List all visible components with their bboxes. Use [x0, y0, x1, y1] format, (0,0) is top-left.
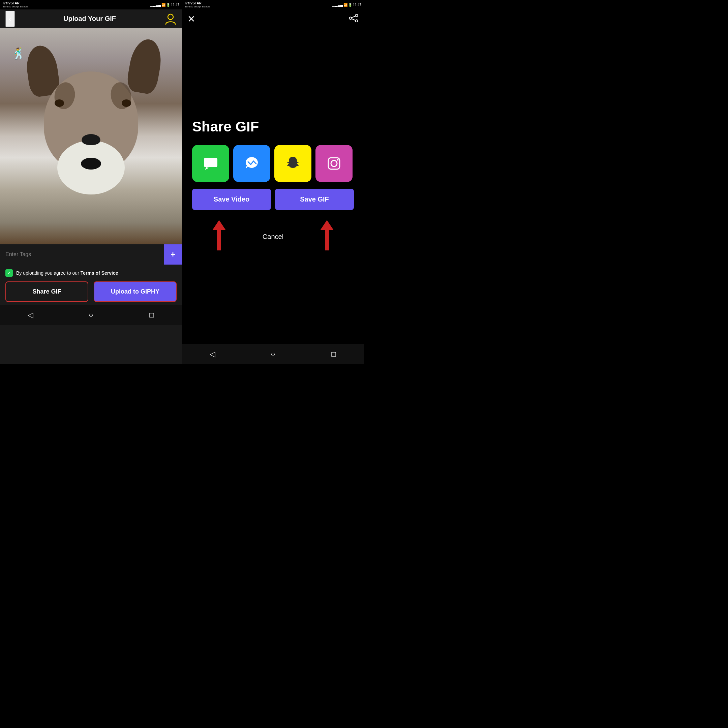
right-arrow-head	[320, 220, 334, 230]
cancel-button[interactable]: Cancel	[263, 233, 283, 241]
left-carrier-sub: Только экстр. вызов	[3, 5, 28, 8]
left-carrier-info: KYIVSTAR Только экстр. вызов	[3, 2, 28, 8]
share-messenger-button[interactable]	[233, 145, 270, 182]
wifi-icon: 📶	[161, 3, 165, 7]
nav-home-icon[interactable]: ○	[86, 310, 96, 320]
time-display: 11:47	[171, 3, 179, 7]
share-snapchat-button[interactable]	[274, 145, 311, 182]
left-carrier-name: KYIVSTAR	[3, 2, 28, 5]
dog-muzzle	[57, 141, 125, 194]
tags-input[interactable]	[0, 245, 164, 264]
svg-marker-7	[205, 167, 209, 170]
tags-row: +	[0, 244, 182, 265]
terms-text: By uploading you agree to our Terms of S…	[16, 270, 118, 276]
share-modal: Share GIF	[182, 28, 364, 344]
right-nav-back-icon[interactable]: ◁	[207, 349, 217, 359]
right-wifi-icon: 📶	[343, 3, 347, 7]
share-messages-button[interactable]	[192, 145, 229, 182]
share-apps-row	[192, 145, 354, 182]
right-status-bar: KYIVSTAR Только экстр. вызов ▁▂▃▄ 📶 🔋 11…	[182, 0, 364, 9]
right-top-bar: ✕	[182, 9, 364, 28]
svg-point-10	[331, 161, 337, 167]
terms-link[interactable]: Terms of Service	[81, 270, 118, 276]
page-title: Upload Your GIF	[63, 15, 116, 23]
left-status-bar: KYIVSTAR Только экстр. вызов ▁▂▃▄ 📶 🔋 11…	[0, 0, 182, 9]
left-app-bar: ‹ Upload Your GIF	[0, 9, 182, 28]
upload-giphy-button[interactable]: Upload to GIPHY	[94, 281, 177, 302]
signal-icon: ▁▂▃▄	[150, 3, 161, 7]
right-carrier-name: KYIVSTAR	[185, 2, 210, 5]
terms-row: ✓ By uploading you agree to our Terms of…	[0, 265, 182, 281]
nav-back-icon[interactable]: ◁	[25, 310, 35, 320]
share-save-row: Save Video Save GIF	[192, 189, 354, 210]
terms-checkbox[interactable]: ✓	[5, 269, 13, 277]
share-gif-button[interactable]: Share GIF	[5, 281, 88, 302]
profile-icon[interactable]	[164, 13, 177, 25]
right-time-display: 11:47	[353, 3, 361, 7]
dog-photo-bg	[0, 28, 182, 244]
terms-prefix: By uploading you agree to our	[16, 270, 81, 276]
left-status-icons: ▁▂▃▄ 📶 🔋 11:47	[150, 3, 179, 7]
right-carrier-sub: Только экстр. вызов	[185, 5, 210, 8]
right-arrow	[320, 220, 334, 251]
right-nav-bar: ◁ ○ □	[182, 344, 364, 364]
svg-point-0	[168, 14, 173, 20]
nav-square-icon[interactable]: □	[147, 310, 157, 320]
svg-line-4	[352, 16, 356, 18]
left-arrow	[213, 220, 226, 251]
svg-point-11	[337, 159, 339, 161]
svg-point-2	[356, 20, 358, 22]
back-button[interactable]: ‹	[5, 11, 15, 27]
right-arrow-shaft	[325, 230, 329, 251]
save-gif-button[interactable]: Save GIF	[275, 189, 354, 210]
svg-point-3	[350, 17, 352, 20]
gif-preview: 🕺	[0, 28, 182, 244]
share-modal-title: Share GIF	[192, 119, 354, 135]
close-button[interactable]: ✕	[187, 14, 195, 24]
share-instagram-button[interactable]	[315, 145, 353, 182]
cancel-row: Cancel	[192, 220, 354, 254]
gif-container: 🕺	[0, 28, 182, 244]
svg-point-1	[356, 14, 358, 17]
sticker-overlay: 🕺	[11, 46, 26, 60]
tags-add-button[interactable]: +	[164, 244, 182, 265]
action-buttons-row: Share GIF Upload to GIPHY	[0, 281, 182, 305]
save-video-button[interactable]: Save Video	[192, 189, 271, 210]
right-status-icons: ▁▂▃▄ 📶 🔋 11:47	[332, 3, 361, 7]
left-arrow-shaft	[217, 230, 221, 251]
right-battery-icon: 🔋	[348, 3, 352, 7]
dog-nose	[82, 134, 101, 145]
battery-icon: 🔋	[166, 3, 170, 7]
left-panel: KYIVSTAR Только экстр. вызов ▁▂▃▄ 📶 🔋 11…	[0, 0, 182, 364]
right-signal-icon: ▁▂▃▄	[332, 3, 343, 7]
svg-line-5	[352, 19, 356, 21]
svg-rect-6	[204, 158, 217, 167]
right-panel: KYIVSTAR Только экстр. вызов ▁▂▃▄ 📶 🔋 11…	[182, 0, 364, 364]
share-icon[interactable]	[349, 14, 359, 24]
right-nav-home-icon[interactable]: ○	[268, 349, 278, 359]
right-nav-square-icon[interactable]: □	[329, 349, 339, 359]
left-nav-bar: ◁ ○ □	[0, 305, 182, 325]
right-carrier-info: KYIVSTAR Только экстр. вызов	[185, 2, 210, 8]
left-arrow-head	[213, 220, 226, 230]
